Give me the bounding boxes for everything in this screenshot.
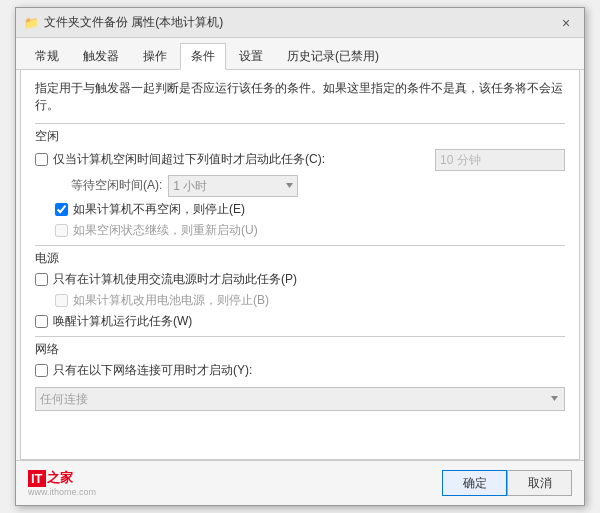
tab-actions[interactable]: 操作	[132, 43, 178, 70]
network-start-row: 只有在以下网络连接可用时才启动(Y):	[35, 362, 565, 379]
idle-main-checkbox-label[interactable]: 仅当计算机空闲时间超过下列值时才启动此任务(C):	[35, 151, 325, 168]
power-section-label: 电源	[35, 250, 565, 267]
idle-divider	[35, 123, 565, 124]
confirm-button[interactable]: 确定	[442, 470, 507, 496]
ac-only-label[interactable]: 只有在计算机使用交流电源时才启动此任务(P)	[35, 271, 297, 288]
stop-on-battery-checkbox[interactable]	[55, 294, 68, 307]
title-bar: 📁 文件夹文件备份 属性(本地计算机) ×	[16, 8, 584, 38]
stop-if-not-idle-checkbox[interactable]	[55, 203, 68, 216]
restart-if-idle-label[interactable]: 如果空闲状态继续，则重新启动(U)	[55, 222, 258, 239]
window-icon: 📁	[24, 16, 38, 30]
logo-row: IT 之家	[28, 469, 73, 487]
wake-computer-row: 唤醒计算机运行此任务(W)	[35, 313, 565, 330]
logo-url: www.ithome.com	[28, 487, 96, 497]
network-divider	[35, 336, 565, 337]
description-text: 指定用于与触发器一起判断是否应运行该任务的条件。如果这里指定的条件不是真，该任务…	[35, 80, 565, 115]
ac-only-row: 只有在计算机使用交流电源时才启动此任务(P)	[35, 271, 565, 288]
network-dropdown[interactable]: 任何连接	[35, 387, 565, 411]
idle-duration-label: 等待空闲时间(A):	[71, 177, 162, 194]
tab-bar: 常规 触发器 操作 条件 设置 历史记录(已禁用)	[16, 38, 584, 70]
idle-duration-row: 等待空闲时间(A): 1 小时	[35, 175, 565, 197]
restart-if-idle-checkbox[interactable]	[55, 224, 68, 237]
dialog-window: 📁 文件夹文件备份 属性(本地计算机) × 常规 触发器 操作 条件 设置 历史…	[15, 7, 585, 506]
stop-on-battery-label[interactable]: 如果计算机改用电池电源，则停止(B)	[55, 292, 269, 309]
network-dropdown-container: 任何连接	[35, 383, 565, 415]
logo-home: 之家	[47, 469, 73, 487]
tab-content: 指定用于与触发器一起判断是否应运行该任务的条件。如果这里指定的条件不是真，该任务…	[20, 70, 580, 460]
watermark: IT 之家 www.ithome.com	[28, 469, 96, 497]
idle-section-label: 空闲	[35, 128, 565, 145]
close-button[interactable]: ×	[556, 13, 576, 33]
stop-if-not-idle-label[interactable]: 如果计算机不再空闲，则停止(E)	[55, 201, 245, 218]
tab-settings[interactable]: 设置	[228, 43, 274, 70]
wake-computer-label[interactable]: 唤醒计算机运行此任务(W)	[35, 313, 192, 330]
network-start-label[interactable]: 只有在以下网络连接可用时才启动(Y):	[35, 362, 252, 379]
footer: IT 之家 www.ithome.com 确定 取消	[16, 460, 584, 505]
logo-it: IT	[28, 470, 46, 487]
network-section-label: 网络	[35, 341, 565, 358]
title-bar-left: 📁 文件夹文件备份 属性(本地计算机)	[24, 14, 223, 31]
tab-history[interactable]: 历史记录(已禁用)	[276, 43, 390, 70]
network-start-checkbox[interactable]	[35, 364, 48, 377]
ac-only-checkbox[interactable]	[35, 273, 48, 286]
idle-main-checkbox[interactable]	[35, 153, 48, 166]
stop-on-battery-row: 如果计算机改用电池电源，则停止(B)	[35, 292, 565, 309]
restart-if-idle-row: 如果空闲状态继续，则重新启动(U)	[35, 222, 565, 239]
cancel-button[interactable]: 取消	[507, 470, 572, 496]
tab-conditions[interactable]: 条件	[180, 43, 226, 70]
tab-triggers[interactable]: 触发器	[72, 43, 130, 70]
idle-wait-dropdown[interactable]: 10 分钟	[435, 149, 565, 171]
tab-general[interactable]: 常规	[24, 43, 70, 70]
stop-if-not-idle-row: 如果计算机不再空闲，则停止(E)	[35, 201, 565, 218]
window-title: 文件夹文件备份 属性(本地计算机)	[44, 14, 223, 31]
idle-main-row: 仅当计算机空闲时间超过下列值时才启动此任务(C): 10 分钟	[35, 149, 565, 171]
idle-duration-dropdown[interactable]: 1 小时	[168, 175, 298, 197]
power-divider	[35, 245, 565, 246]
wake-computer-checkbox[interactable]	[35, 315, 48, 328]
